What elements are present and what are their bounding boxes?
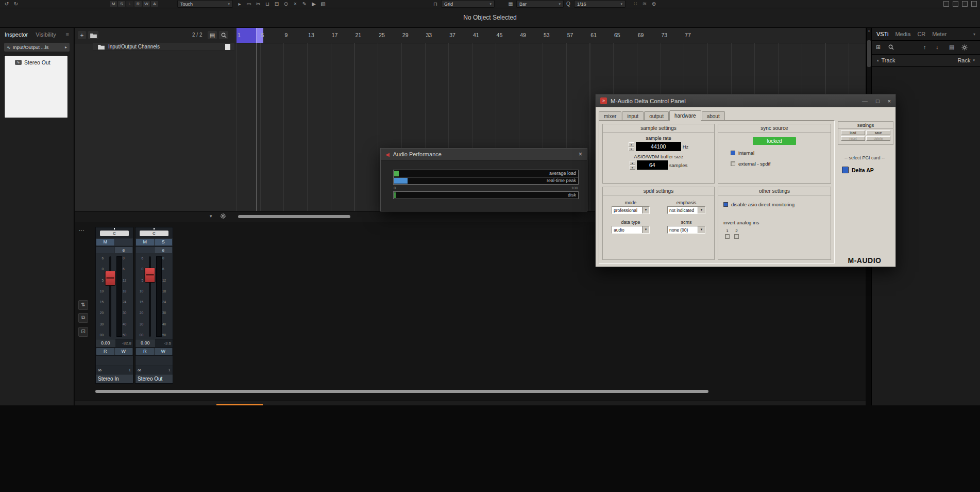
sample-rate-value[interactable]: 44100 [636, 142, 681, 151]
solo-button[interactable]: S [155, 239, 173, 245]
close-icon[interactable]: × [888, 98, 891, 104]
peak-value[interactable]: -82.8 [115, 339, 133, 347]
move-up-icon[interactable]: ↑ [923, 43, 926, 51]
split-tool-icon[interactable]: ✂ [255, 1, 262, 7]
mixer-menu-icon[interactable]: ⋯ [79, 227, 85, 234]
volume-value[interactable]: 0.00 [136, 339, 155, 347]
add-track-instrument-icon[interactable]: ⊞ [876, 43, 881, 51]
listen-button[interactable] [96, 247, 114, 253]
io-channels-button[interactable]: ∿ Input/Output ...ls ▸ [4, 43, 70, 52]
grid-type-icon[interactable]: ▦ [507, 1, 514, 7]
object-select-tool-icon[interactable]: ▸ [236, 1, 243, 7]
draw-tool-icon[interactable]: ✎ [301, 1, 308, 7]
chevron-down-icon[interactable]: ▼ [642, 207, 649, 214]
audio-performance-titlebar[interactable]: ◀ Audio Performance × [381, 149, 587, 160]
find-instrument-icon[interactable] [888, 44, 894, 52]
search-icon[interactable] [219, 31, 228, 39]
emphasis-select[interactable]: not indicated ▼ [667, 206, 705, 214]
vsti-rack-label[interactable]: Rack [957, 57, 970, 63]
external-spdif-checkbox[interactable] [731, 161, 735, 166]
tab-meter[interactable]: Meter [932, 31, 947, 37]
window-layout-button-4[interactable] [971, 1, 977, 7]
mute-button[interactable]: M [96, 239, 114, 245]
track-list-filter-icon[interactable]: ▤ [208, 31, 217, 39]
volume-fader[interactable] [105, 271, 116, 286]
edit-channel-button[interactable]: e [115, 247, 133, 253]
datatype-select[interactable]: audio ▼ [612, 226, 650, 234]
volume-fader[interactable] [145, 268, 156, 283]
write-automation-button[interactable]: W [155, 348, 173, 355]
internal-checkbox[interactable] [731, 151, 735, 155]
chevron-down-icon[interactable]: ▾ [210, 214, 212, 219]
load-button[interactable]: load [841, 130, 865, 135]
add-track-button[interactable]: + [78, 31, 86, 39]
tab-input[interactable]: input [622, 111, 644, 121]
automation-mode-select[interactable]: Touch ▾ [177, 0, 233, 8]
read-automation-button[interactable]: R [136, 348, 154, 355]
glue-tool-icon[interactable]: ⊔ [264, 1, 271, 7]
tab-hardware[interactable]: hardware [669, 110, 701, 121]
internal-sync-option[interactable]: internal [731, 150, 831, 156]
vsti-track-label[interactable]: Track [882, 57, 895, 63]
minimize-icon[interactable]: — [862, 98, 868, 104]
disable-asio-monitoring-option[interactable]: disable asio direct monitoring [723, 202, 831, 207]
scroll-up-icon[interactable]: ▴ [867, 28, 871, 32]
maximize-icon[interactable]: □ [876, 98, 880, 104]
mute-tool-icon[interactable]: × [292, 1, 299, 7]
automation-letter-button[interactable]: M [110, 1, 117, 7]
spinner-down-icon[interactable]: ▼ [630, 166, 635, 170]
quantize-select[interactable]: 1/16 ▾ [574, 0, 626, 8]
tab-visibility[interactable]: Visibility [36, 31, 56, 38]
edit-channel-button[interactable]: e [155, 247, 173, 253]
peak-value[interactable]: -3.6 [155, 339, 173, 347]
chevron-down-icon[interactable]: ▼ [698, 226, 705, 233]
chevron-down-icon[interactable]: ▼ [698, 207, 705, 214]
window-layout-button-3[interactable] [962, 1, 968, 7]
tab-media[interactable]: Media [895, 31, 910, 37]
buffer-size-value[interactable]: 64 [637, 160, 668, 170]
lower-zone-tab-strip[interactable] [75, 401, 866, 405]
pci-card-delta-ap[interactable]: Delta AP [842, 167, 874, 173]
output-routing[interactable]: ∞ 1 [136, 366, 173, 374]
toolbar-options-icon[interactable]: ⊕ [650, 1, 657, 7]
snap-type-select[interactable]: Grid ▾ [441, 0, 495, 8]
automation-letter-button[interactable]: L [126, 1, 133, 7]
invert-ch1-checkbox[interactable] [725, 234, 730, 239]
range-select-tool-icon[interactable]: ▭ [245, 1, 252, 7]
vertical-scrollbar-thumb[interactable] [867, 40, 871, 67]
window-layout-button-1[interactable] [943, 1, 949, 7]
tab-output[interactable]: output [644, 111, 669, 121]
volume-value[interactable]: 0.00 [96, 339, 115, 347]
play-tool-icon[interactable]: ▶ [310, 1, 317, 7]
stereo-out-list-item[interactable]: ∿ Stereo Out [5, 56, 67, 65]
invert-ch2-checkbox[interactable] [734, 234, 739, 239]
redo-icon[interactable]: ↻ [12, 1, 20, 7]
automation-letter-button[interactable]: R [134, 1, 142, 7]
tab-about[interactable]: about [702, 111, 725, 121]
color-tool-icon[interactable]: ▧ [319, 1, 327, 7]
pan-value[interactable]: C [100, 231, 129, 236]
folder-button[interactable] [88, 31, 98, 39]
solo-button[interactable] [115, 239, 133, 245]
spinner-up-icon[interactable]: ▲ [630, 161, 635, 165]
listen-button[interactable] [136, 247, 154, 253]
undo-icon[interactable]: ↺ [3, 1, 10, 7]
read-automation-button[interactable]: R [96, 348, 114, 355]
move-down-icon[interactable]: ↓ [936, 43, 939, 51]
chevron-down-icon[interactable]: ▾ [973, 32, 975, 37]
chevron-down-icon[interactable]: ▼ [642, 226, 649, 233]
gear-icon[interactable] [220, 213, 226, 220]
tab-inspector[interactable]: Inspector [5, 31, 28, 38]
mode-select[interactable]: professional ▼ [612, 206, 650, 214]
preset-icon[interactable]: ▤ [949, 43, 954, 51]
automation-letter-button[interactable]: W [143, 1, 150, 7]
erase-tool-icon[interactable]: ⊟ [273, 1, 280, 7]
collapse-track-icon[interactable]: ▴ [877, 58, 879, 62]
pan-value[interactable]: C [140, 231, 168, 236]
mixer-fader-section-icon[interactable]: ⇅ [78, 300, 88, 310]
zoom-tool-icon[interactable]: ⊙ [282, 1, 290, 7]
tab-mixer[interactable]: mixer [599, 111, 621, 121]
reset-button[interactable]: reset [841, 136, 865, 141]
maudio-titlebar[interactable]: » M-Audio Delta Control Panel — □ × [596, 94, 895, 107]
expand-rack-icon[interactable]: ▾ [973, 58, 975, 62]
